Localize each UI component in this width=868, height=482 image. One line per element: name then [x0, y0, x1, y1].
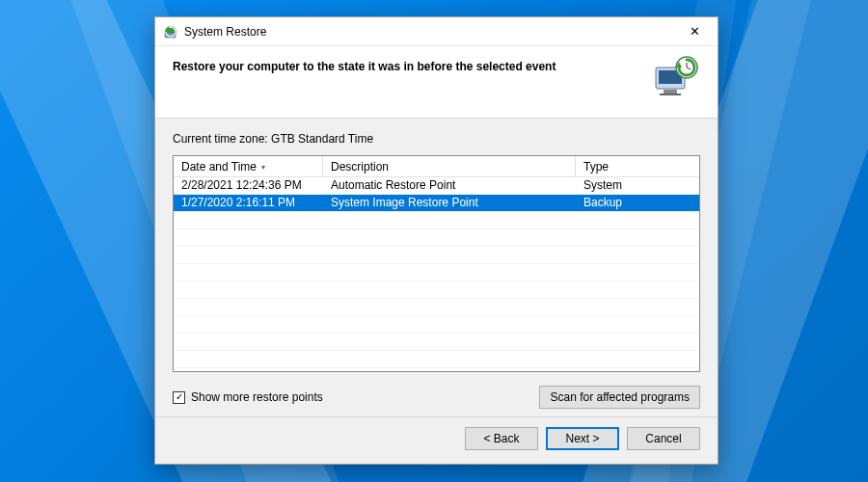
wizard-footer: < Back Next > Cancel: [155, 416, 718, 464]
table-row[interactable]: 2/28/2021 12:24:36 PMAutomatic Restore P…: [174, 177, 699, 195]
close-icon: ✕: [690, 25, 700, 38]
show-more-checkbox[interactable]: ✓ Show more restore points: [173, 390, 323, 404]
back-button[interactable]: < Back: [465, 427, 538, 450]
svg-rect-5: [660, 94, 681, 95]
table-row-empty: [174, 351, 699, 368]
table-row-empty: [174, 281, 699, 299]
column-label: Date and Time: [181, 160, 257, 174]
checkbox-label: Show more restore points: [191, 390, 323, 404]
cancel-button[interactable]: Cancel: [627, 427, 700, 450]
table-cell: 2/28/2021 12:24:36 PM: [174, 177, 323, 194]
checkbox-box: ✓: [173, 391, 185, 404]
table-row-empty: [174, 212, 699, 229]
restore-points-table: Date and Time ▾ Description Type 2/28/20…: [173, 155, 700, 372]
system-restore-dialog: System Restore ✕ Restore your computer t…: [154, 16, 719, 465]
table-cell: System Image Restore Point: [323, 195, 576, 211]
column-header-description[interactable]: Description: [323, 156, 576, 176]
wizard-body: Current time zone: GTB Standard Time Dat…: [155, 119, 718, 416]
table-header-row: Date and Time ▾ Description Type: [174, 156, 699, 177]
svg-rect-4: [664, 90, 677, 94]
timezone-label: Current time zone: GTB Standard Time: [173, 132, 700, 146]
system-restore-icon: [163, 24, 178, 40]
table-row-empty: [174, 247, 699, 264]
table-cell: 1/27/2020 2:16:11 PM: [174, 195, 323, 211]
table-row-empty: [174, 299, 699, 316]
table-row-empty: [174, 264, 699, 281]
table-row-empty: [174, 229, 699, 247]
table-body: 2/28/2021 12:24:36 PMAutomatic Restore P…: [174, 177, 699, 371]
sort-descending-icon: ▾: [261, 163, 265, 172]
dialog-title: System Restore: [184, 25, 266, 39]
column-label: Description: [331, 160, 389, 174]
column-header-date[interactable]: Date and Time ▾: [174, 156, 323, 176]
scan-affected-button[interactable]: Scan for affected programs: [539, 386, 700, 409]
table-cell: System: [576, 177, 699, 194]
restore-art-icon: [650, 56, 700, 100]
next-button[interactable]: Next >: [546, 427, 619, 450]
table-cell: Automatic Restore Point: [323, 177, 576, 194]
close-button[interactable]: ✕: [673, 18, 716, 45]
column-label: Type: [583, 160, 609, 174]
table-row-empty: [174, 334, 699, 351]
table-row[interactable]: 1/27/2020 2:16:11 PMSystem Image Restore…: [174, 195, 699, 212]
table-cell: Backup: [576, 195, 699, 211]
column-header-type[interactable]: Type: [576, 156, 699, 176]
table-row-empty: [174, 316, 699, 334]
wizard-header: Restore your computer to the state it wa…: [155, 46, 718, 119]
titlebar[interactable]: System Restore ✕: [155, 17, 718, 46]
page-heading: Restore your computer to the state it wa…: [173, 56, 556, 73]
